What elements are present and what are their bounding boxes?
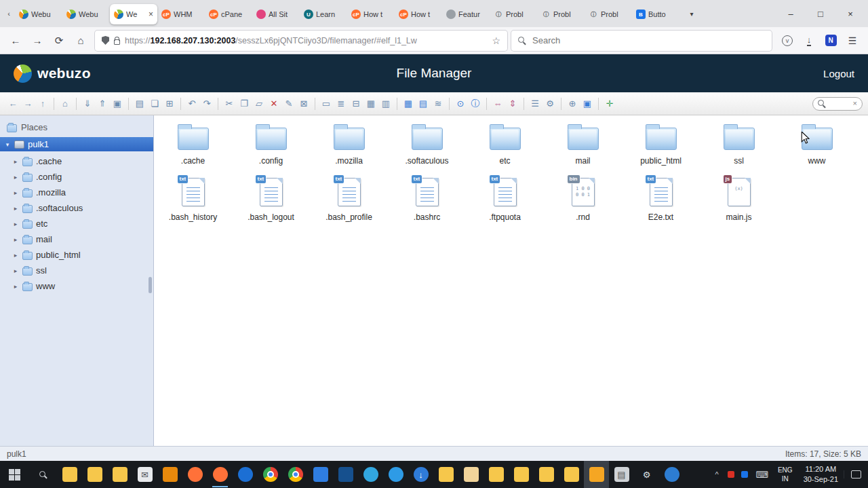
toolbar-button[interactable]: ❐ [237,96,252,111]
back-button[interactable]: ← [5,31,26,51]
tab-close-icon[interactable]: × [149,10,153,19]
folder-item[interactable]: .mozilla [310,119,388,166]
tray-app-icon[interactable] [728,471,734,478]
expand-arrow-icon[interactable]: ▸ [12,174,19,181]
taskbar-clock[interactable]: 11:20 AM 30-Sep-21 [798,464,844,485]
reload-button[interactable]: ⟳ [49,31,69,51]
tray-expand-icon[interactable]: ^ [709,470,724,478]
taskbar-app[interactable] [283,461,308,488]
toolbar-button[interactable]: ▤ [416,96,431,111]
window-close-button[interactable]: × [835,0,865,27]
taskbar-app[interactable] [659,461,684,488]
browser-tab[interactable]: ⓘ Probl [585,4,632,24]
expand-arrow-icon[interactable]: ▸ [12,267,19,274]
browser-tab[interactable]: Webu [62,4,110,24]
language-indicator[interactable]: ENG IN [772,466,798,483]
folder-item[interactable]: ssl [700,119,778,166]
toolbar-button[interactable]: ≋ [431,96,446,111]
toolbar-button[interactable]: ▣ [110,96,125,111]
browser-tab[interactable]: ⓘ Probl [490,4,537,24]
toolbar-button[interactable]: ≣ [334,96,349,111]
webuzo-logo[interactable]: webuzo [14,64,397,83]
taskbar-app[interactable] [534,461,559,488]
file-item[interactable]: bin 1 0 0 0 0 1 .rnd [544,174,622,222]
start-button[interactable] [0,461,28,488]
file-item[interactable]: txt .ftpquota [466,174,544,222]
browser-search-input[interactable] [531,35,765,46]
folder-item[interactable]: mail [544,119,622,166]
sidebar-item[interactable]: ▸ etc [0,216,153,231]
toolbar-button[interactable]: ▦ [363,96,378,111]
window-minimize-button[interactable]: – [776,0,806,27]
touch-keyboard-icon[interactable]: ⌨ [755,470,768,480]
taskbar-app[interactable] [559,461,584,488]
toolbar-button[interactable]: ⌂ [58,96,73,111]
taskbar-app[interactable] [383,461,408,488]
toolbar-button[interactable]: ⇓ [80,96,95,111]
extension-icon[interactable]: N [821,31,841,51]
browser-search-bar[interactable] [511,31,772,51]
taskbar-app[interactable] [157,461,182,488]
forward-button[interactable]: → [27,31,47,51]
bookmark-star-icon[interactable]: ☆ [492,35,500,46]
file-item[interactable]: txt .bash_history [154,174,232,222]
sidebar-item[interactable]: ▸ .mozilla [0,185,153,200]
toolbar-button[interactable]: ✂ [222,96,237,111]
browser-tab[interactable]: ⓘ Probl [537,4,585,24]
taskbar-app[interactable]: ✉ [132,461,157,488]
taskbar-app[interactable] [358,461,383,488]
taskbar-app[interactable] [107,461,132,488]
browser-tab[interactable]: cP WHM [157,4,205,24]
file-item[interactable]: txt E2e.txt [622,174,700,222]
folder-item[interactable]: .config [232,119,310,166]
browser-tab[interactable]: Featur [442,4,490,24]
toolbar-button[interactable]: ⚙ [542,96,557,111]
toolbar-button[interactable]: ⊠ [296,96,311,111]
sidebar-item-root[interactable]: ▾ pulk1 [0,137,153,151]
tracking-protection-shield-icon[interactable] [102,36,109,45]
sidebar-item[interactable]: ▸ .cache [0,153,153,169]
taskbar-app[interactable]: ⚙ [634,461,659,488]
toolbar-button[interactable]: ⇕ [505,96,520,111]
toolbar-button[interactable]: ⊞ [162,96,177,111]
folder-item[interactable]: .cache [154,119,232,166]
filemanager-search-box[interactable]: × [812,97,863,111]
browser-tab[interactable]: cP cPane [205,4,252,24]
taskbar-app[interactable]: ▤ [609,461,634,488]
toolbar-button[interactable]: ✎ [281,96,296,111]
expand-arrow-icon[interactable]: ▸ [12,158,19,165]
toolbar-button[interactable]: ✛ [602,96,617,111]
sidebar-item[interactable]: ▸ ssl [0,263,153,278]
expand-arrow-icon[interactable]: ▸ [12,252,19,259]
toolbar-button[interactable]: ▥ [378,96,393,111]
toolbar-button[interactable]: ⊟ [349,96,363,111]
home-button[interactable]: ⌂ [71,31,91,51]
toolbar-button[interactable]: ▭ [319,96,334,111]
toolbar-button[interactable]: ↷ [199,96,214,111]
sidebar-item[interactable]: ▸ .config [0,169,153,185]
folder-item[interactable]: public_html [622,119,700,166]
window-maximize-button[interactable]: □ [806,0,835,27]
taskbar-app[interactable] [258,461,283,488]
taskbar-app[interactable] [509,461,534,488]
browser-tab[interactable]: B Butto [632,4,679,24]
toolbar-button[interactable]: → [20,96,35,111]
tray-app-icon[interactable] [741,471,748,478]
folder-item[interactable]: www [778,119,856,166]
file-item[interactable]: txt .bash_profile [310,174,388,222]
browser-tab[interactable]: cP How t [347,4,395,24]
menu-hamburger-icon[interactable]: ☰ [842,31,863,51]
file-item[interactable]: js (x) main.js [700,174,778,222]
action-center-button[interactable] [844,470,868,478]
sidebar-scrollbar[interactable] [149,277,152,293]
taskbar-app[interactable] [433,461,458,488]
expand-arrow-icon[interactable]: ▸ [12,189,19,196]
folder-item[interactable]: .softaculous [388,119,466,166]
sidebar-item[interactable]: ▸ .softaculous [0,200,153,216]
toolbar-button[interactable]: ☰ [528,96,542,111]
toolbar-button[interactable]: ✕ [267,96,281,111]
tab-scroll-left-icon[interactable]: ‹ [3,10,15,18]
taskbar-app[interactable] [57,461,82,488]
url-bar[interactable]: https://192.168.207.130:2003/sesszLx6pjQ… [95,31,507,51]
toolbar-button[interactable]: ▱ [252,96,267,111]
